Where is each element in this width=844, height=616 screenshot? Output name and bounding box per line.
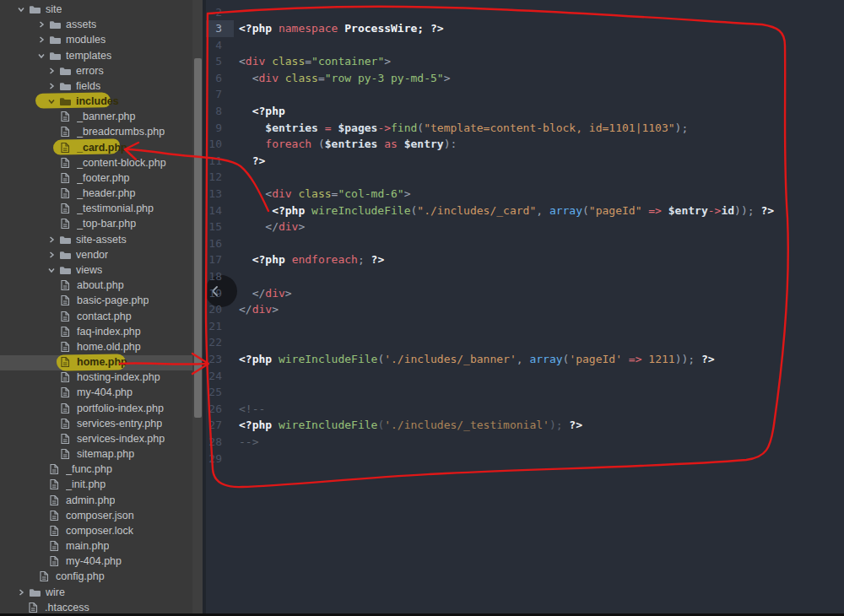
folder-icon: [49, 19, 61, 30]
sidebar-item--testimonial.php[interactable]: _testimonial.php: [0, 201, 192, 216]
sidebar-item-vendor[interactable]: vendor: [0, 247, 192, 262]
sidebar-item-composer.lock[interactable]: composer.lock: [0, 523, 192, 538]
code-line-9[interactable]: 9 $entries = $pages->find("template=cont…: [206, 120, 844, 137]
sidebar-item-faq-index.php[interactable]: faq-index.php: [0, 324, 192, 339]
chevron-right-icon[interactable]: [47, 82, 56, 90]
sidebar-item-admin.php[interactable]: admin.php: [0, 493, 192, 508]
sidebar-item-contact.php[interactable]: contact.php: [0, 308, 192, 323]
line-number: 19: [206, 285, 234, 302]
sidebar-item-label: errors: [76, 65, 104, 77]
chevron-right-icon[interactable]: [17, 588, 25, 597]
code-line-19[interactable]: 19 </div>: [206, 285, 844, 302]
sidebar-item-about.php[interactable]: about.php: [0, 278, 192, 293]
sidebar-item-config.php[interactable]: config.php: [0, 569, 192, 584]
code-line-25[interactable]: 25: [206, 384, 844, 401]
sidebar-item-sitemap.php[interactable]: sitemap.php: [0, 446, 192, 462]
sidebar-item-site-assets[interactable]: site-assets: [0, 232, 192, 247]
sidebar-item-errors[interactable]: errors: [0, 63, 192, 78]
sidebar-item-label: composer.lock: [66, 525, 133, 537]
file-icon: [60, 187, 70, 199]
sidebar-scrollbar[interactable]: [192, 0, 203, 613]
sidebar-item-.htaccess[interactable]: .htaccess: [0, 600, 192, 613]
line-number: 23: [206, 351, 234, 368]
sidebar-item-home.php[interactable]: home.php: [0, 354, 192, 370]
code-line-7[interactable]: 7: [206, 86, 844, 103]
sidebar-item-basic-page.php[interactable]: basic-page.php: [0, 293, 192, 308]
chevron-right-icon[interactable]: [47, 251, 56, 259]
sidebar-item-services-entry.php[interactable]: services-entry.php: [0, 416, 192, 431]
code-text: </div>: [234, 285, 292, 302]
sidebar-item--card.php[interactable]: _card.php: [0, 140, 192, 155]
sidebar-item-assets[interactable]: assets: [0, 17, 192, 32]
code-text: </div>: [234, 301, 279, 318]
code-line-5[interactable]: 5<div class="container">: [206, 53, 844, 70]
code-line-10[interactable]: 10 foreach ($entries as $entry):: [206, 136, 844, 153]
chevron-down-icon[interactable]: [47, 266, 56, 274]
chevron-down-icon[interactable]: [47, 97, 56, 105]
folder-icon: [59, 96, 71, 106]
code-line-2[interactable]: 2: [206, 4, 844, 21]
sidebar-item-site[interactable]: site: [0, 2, 192, 17]
chevron-right-icon[interactable]: [37, 20, 46, 29]
sidebar-item-label: assets: [66, 19, 96, 30]
file-icon: [60, 341, 70, 353]
chevron-right-icon[interactable]: [47, 67, 56, 75]
file-icon: [60, 111, 70, 122]
code-line-21[interactable]: 21: [206, 318, 844, 335]
chevron-right-icon[interactable]: [37, 35, 46, 44]
code-line-27[interactable]: 27<?php wireIncludeFile('./includes/_tes…: [206, 417, 844, 434]
code-line-18[interactable]: 18: [206, 268, 844, 285]
sidebar-item-composer.json[interactable]: composer.json: [0, 508, 192, 523]
sidebar-item-hosting-index.php[interactable]: hosting-index.php: [0, 370, 192, 385]
code-line-23[interactable]: 23<?php wireIncludeFile('./includes/_ban…: [206, 351, 844, 368]
code-editor[interactable]: 23<?php namespace ProcessWire; ?>45<div …: [206, 0, 844, 613]
sidebar-item--init.php[interactable]: _init.php: [0, 477, 192, 492]
code-text: ?>: [234, 153, 265, 170]
sidebar-item-main.php[interactable]: main.php: [0, 538, 192, 554]
code-line-3[interactable]: 3<?php namespace ProcessWire; ?>: [206, 20, 844, 37]
sidebar-item-wire[interactable]: wire: [0, 585, 192, 600]
code-line-6[interactable]: 6 <div class="row py-3 py-md-5">: [206, 70, 844, 87]
line-number: 29: [206, 451, 234, 467]
code-line-24[interactable]: 24: [206, 368, 844, 385]
sidebar-scrollbar-thumb[interactable]: [194, 58, 202, 418]
code-line-28[interactable]: 28-->: [206, 434, 844, 451]
code-line-20[interactable]: 20</div>: [206, 301, 844, 318]
sidebar-item--top-bar.php[interactable]: _top-bar.php: [0, 216, 192, 231]
code-line-14[interactable]: 14 <?php wireIncludeFile("./includes/_ca…: [206, 203, 844, 219]
folder-icon: [49, 51, 61, 61]
chevron-down-icon[interactable]: [17, 5, 25, 14]
sidebar-item-my-404.php[interactable]: my-404.php: [0, 554, 192, 569]
code-line-15[interactable]: 15 </div>: [206, 219, 844, 235]
code-line-29[interactable]: 29: [206, 451, 844, 467]
code-line-8[interactable]: 8 <?php: [206, 103, 844, 120]
code-line-13[interactable]: 13 <div class="col-md-6">: [206, 186, 844, 203]
sidebar-item--header.php[interactable]: _header.php: [0, 186, 192, 201]
chevron-right-icon[interactable]: [47, 235, 56, 244]
code-line-26[interactable]: 26<!--: [206, 401, 844, 418]
sidebar-item-views[interactable]: views: [0, 262, 192, 278]
line-number: 15: [206, 219, 234, 235]
code-line-12[interactable]: 12: [206, 169, 844, 186]
code-text: <!--: [234, 401, 265, 418]
sidebar-item-modules[interactable]: modules: [0, 32, 192, 47]
sidebar-item--content-block.php[interactable]: _content-block.php: [0, 155, 192, 170]
sidebar-item-services-index.php[interactable]: services-index.php: [0, 431, 192, 446]
sidebar-item--breadcrumbs.php[interactable]: _breadcrumbs.php: [0, 124, 192, 139]
sidebar-item-fields[interactable]: fields: [0, 78, 192, 94]
chevron-down-icon[interactable]: [37, 51, 46, 60]
code-text: </div>: [234, 219, 305, 235]
sidebar-item-portfolio-index.php[interactable]: portfolio-index.php: [0, 400, 192, 415]
code-line-16[interactable]: 16: [206, 235, 844, 252]
sidebar-item-templates[interactable]: templates: [0, 48, 192, 63]
code-line-11[interactable]: 11 ?>: [206, 153, 844, 170]
sidebar-item--footer.php[interactable]: _footer.php: [0, 170, 192, 186]
sidebar-item--func.php[interactable]: _func.php: [0, 462, 192, 477]
sidebar-item-includes[interactable]: includes: [0, 94, 192, 109]
code-line-17[interactable]: 17 <?php endforeach; ?>: [206, 251, 844, 268]
code-line-4[interactable]: 4: [206, 37, 844, 54]
sidebar-item-home.old.php[interactable]: home.old.php: [0, 339, 192, 354]
sidebar-item--banner.php[interactable]: _banner.php: [0, 109, 192, 124]
code-line-22[interactable]: 22: [206, 334, 844, 351]
sidebar-item-my-404.php[interactable]: my-404.php: [0, 385, 192, 400]
